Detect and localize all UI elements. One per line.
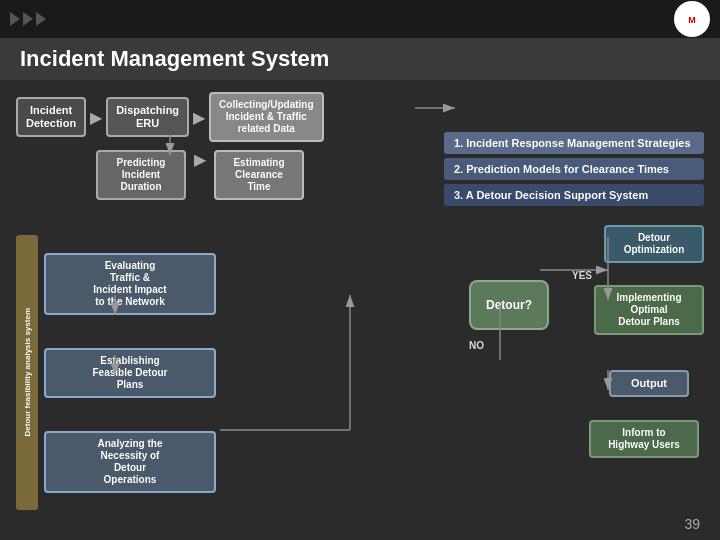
numbered-list: 1. Incident Response Management Strategi…: [444, 132, 704, 210]
title-text: Incident Management System: [20, 46, 329, 71]
slide-number: 39: [684, 516, 700, 532]
main-content: IncidentDetection ▶ DispatchingERU ▶ Col…: [0, 80, 720, 222]
right-flow-diagram: DetourOptimization Detour? YES Implement…: [414, 225, 704, 495]
incident-detection-box: IncidentDetection: [16, 97, 86, 137]
detour-section: Detour feasibility analysis system Evalu…: [16, 235, 216, 510]
slide-title: Incident Management System: [0, 38, 720, 80]
collecting-label: Collecting/UpdatingIncident & Trafficrel…: [219, 99, 313, 134]
estimating-label: EstimatingClearanceTime: [233, 157, 284, 192]
arrow-3-icon: ▶: [194, 150, 206, 200]
output-box: Output: [609, 370, 689, 397]
svg-text:M: M: [688, 15, 696, 25]
yes-label: YES: [572, 270, 592, 281]
detour-optimization-box: DetourOptimization: [604, 225, 704, 263]
establishing-label: EstablishingFeasible DetourPlans: [92, 355, 167, 390]
detour-inner-boxes: EvaluatingTraffic &Incident Impactto the…: [44, 235, 216, 510]
top-bar: M: [0, 0, 720, 38]
numbered-item-2: 2. Prediction Models for Clearance Times: [444, 158, 704, 180]
arrow-1-icon: ▶: [90, 108, 102, 127]
detour-question-box: Detour?: [469, 280, 549, 330]
arrow-icon-3: [36, 12, 46, 26]
estimating-box: EstimatingClearanceTime: [214, 150, 304, 200]
arrow-icon-1: [10, 12, 20, 26]
detour-opt-label: DetourOptimization: [624, 232, 685, 255]
analyzing-box: Analyzing theNecessity ofDetourOperation…: [44, 431, 216, 493]
no-label: NO: [469, 340, 484, 351]
dispatching-label: DispatchingERU: [116, 104, 179, 129]
numbered-item-1: 1. Incident Response Management Strategi…: [444, 132, 704, 154]
inform-box: Inform toHighway Users: [589, 420, 699, 458]
detour-label-text: Detour feasibility analysis system: [23, 308, 32, 437]
detour-vertical-label: Detour feasibility analysis system: [16, 235, 38, 510]
implementing-box: ImplementingOptimalDetour Plans: [594, 285, 704, 335]
predicting-label: PredictingIncidentDuration: [117, 157, 166, 192]
slide: M Incident Management System IncidentDet…: [0, 0, 720, 540]
evaluating-box: EvaluatingTraffic &Incident Impactto the…: [44, 253, 216, 315]
implementing-label: ImplementingOptimalDetour Plans: [616, 292, 681, 327]
arrow-icon-2: [23, 12, 33, 26]
detour-question-label: Detour?: [486, 298, 532, 312]
university-logo: M: [674, 1, 710, 37]
navigation-arrows: [10, 12, 46, 26]
collecting-box: Collecting/UpdatingIncident & Trafficrel…: [209, 92, 323, 142]
output-label: Output: [631, 377, 667, 389]
predicting-box: PredictingIncidentDuration: [96, 150, 186, 200]
evaluating-label: EvaluatingTraffic &Incident Impactto the…: [93, 260, 166, 307]
analyzing-label: Analyzing theNecessity ofDetourOperation…: [97, 438, 162, 485]
inform-label: Inform toHighway Users: [608, 427, 680, 450]
incident-detection-label: IncidentDetection: [26, 104, 76, 129]
dispatching-box: DispatchingERU: [106, 97, 189, 137]
establishing-box: EstablishingFeasible DetourPlans: [44, 348, 216, 398]
numbered-item-3: 3. A Detour Decision Support System: [444, 184, 704, 206]
arrow-2-icon: ▶: [193, 108, 205, 127]
